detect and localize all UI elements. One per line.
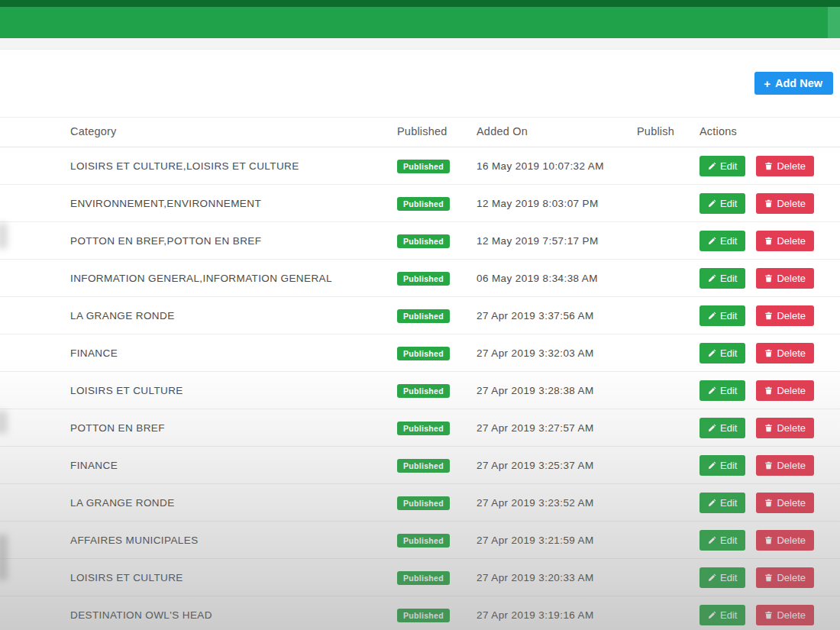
category-name: LA GRANGE RONDE	[70, 497, 175, 509]
actions-cell: Edit Delete	[699, 260, 840, 297]
published-cell: Published	[397, 447, 477, 484]
edit-label: Edit	[720, 160, 737, 172]
row-spacer-cell	[0, 222, 70, 260]
delete-button[interactable]: Delete	[756, 455, 814, 476]
added-on-date: 12 May 2019 8:03:07 PM	[477, 198, 599, 209]
publish-cell	[637, 185, 699, 222]
actions-group: Edit Delete	[699, 418, 840, 438]
edit-button[interactable]: Edit	[699, 455, 745, 476]
publish-cell	[637, 147, 699, 185]
delete-button[interactable]: Delete	[756, 343, 814, 363]
published-badge: Published	[397, 384, 450, 398]
delete-button[interactable]: Delete	[756, 193, 814, 214]
added-on-date: 27 Apr 2019 3:20:33 AM	[477, 572, 594, 583]
edit-button[interactable]: Edit	[699, 567, 745, 588]
added-on-date: 27 Apr 2019 3:19:16 AM	[477, 609, 594, 621]
delete-button[interactable]: Delete	[756, 231, 814, 251]
edit-label: Edit	[720, 535, 737, 546]
delete-button[interactable]: Delete	[756, 605, 814, 625]
page: + Add New Category Published Added On Pu…	[0, 0, 840, 630]
added-on-date: 16 May 2019 10:07:32 AM	[477, 160, 604, 172]
delete-button[interactable]: Delete	[756, 418, 814, 438]
edit-icon	[708, 461, 716, 470]
edit-button[interactable]: Edit	[699, 268, 745, 289]
delete-button[interactable]: Delete	[756, 305, 814, 326]
trash-icon	[764, 611, 773, 619]
categories-table: Category Published Added On Publish Acti…	[0, 117, 840, 630]
edit-label: Edit	[720, 273, 737, 284]
edit-button[interactable]: Edit	[699, 305, 745, 326]
delete-label: Delete	[777, 497, 806, 509]
top-dark-strip	[0, 0, 840, 7]
edit-button[interactable]: Edit	[699, 231, 745, 251]
publish-cell	[637, 484, 699, 522]
published-badge: Published	[397, 571, 450, 585]
delete-button[interactable]: Delete	[756, 156, 814, 176]
add-new-button[interactable]: + Add New	[754, 72, 833, 95]
header-spacer-cell	[0, 118, 70, 147]
edit-label: Edit	[720, 385, 737, 396]
delete-button[interactable]: Delete	[756, 530, 814, 551]
edit-icon	[708, 386, 716, 395]
trash-icon	[764, 237, 773, 245]
delete-label: Delete	[777, 460, 806, 471]
delete-label: Delete	[777, 609, 806, 621]
edit-icon	[708, 162, 716, 170]
table-row: FINANCE Published 27 Apr 2019 3:32:03 AM…	[0, 334, 840, 372]
delete-button[interactable]: Delete	[756, 493, 814, 513]
edit-button[interactable]: Edit	[699, 343, 745, 363]
row-spacer-cell	[0, 372, 70, 409]
added-on-cell: 27 Apr 2019 3:21:59 AM	[477, 522, 637, 559]
category-cell: POTTON EN BREF,POTTON EN BREF	[70, 222, 397, 260]
added-on-date: 27 Apr 2019 3:32:03 AM	[477, 347, 594, 359]
table-body: LOISIRS ET CULTURE,LOISIRS ET CULTURE Pu…	[0, 147, 840, 630]
published-badge: Published	[397, 422, 450, 435]
delete-button[interactable]: Delete	[756, 567, 814, 588]
published-cell: Published	[397, 297, 477, 334]
category-cell: FINANCE	[70, 447, 397, 484]
publish-cell	[637, 409, 699, 447]
edit-button[interactable]: Edit	[699, 605, 745, 625]
plus-icon: +	[764, 78, 771, 89]
actions-cell: Edit Delete	[699, 409, 840, 447]
published-cell: Published	[397, 522, 477, 559]
category-name: FINANCE	[70, 347, 118, 359]
header-publish: Publish	[637, 118, 699, 147]
edit-button[interactable]: Edit	[699, 156, 745, 176]
edit-button[interactable]: Edit	[699, 530, 745, 551]
published-badge: Published	[397, 197, 450, 211]
added-on-cell: 16 May 2019 10:07:32 AM	[477, 147, 637, 185]
edit-icon	[708, 199, 716, 208]
added-on-date: 27 Apr 2019 3:37:56 AM	[477, 310, 594, 321]
edit-button[interactable]: Edit	[699, 418, 745, 438]
trash-icon	[764, 536, 773, 544]
actions-cell: Edit Delete	[699, 596, 840, 630]
row-spacer-cell	[0, 596, 70, 630]
trash-icon	[764, 312, 773, 320]
added-on-cell: 12 May 2019 8:03:07 PM	[477, 185, 637, 222]
added-on-cell: 27 Apr 2019 3:20:33 AM	[477, 559, 637, 596]
edit-label: Edit	[720, 198, 737, 209]
category-name: INFORMATION GENERAL,INFORMATION GENERAL	[70, 273, 332, 284]
delete-label: Delete	[777, 347, 806, 359]
publish-cell	[637, 596, 699, 630]
header-category: Category	[70, 118, 397, 147]
published-cell: Published	[397, 559, 477, 596]
delete-button[interactable]: Delete	[756, 380, 814, 401]
added-on-cell: 27 Apr 2019 3:37:56 AM	[477, 297, 637, 334]
row-spacer-cell	[0, 147, 70, 185]
category-cell: POTTON EN BREF	[70, 409, 397, 447]
published-badge: Published	[397, 496, 450, 510]
edit-button[interactable]: Edit	[699, 380, 745, 401]
delete-button[interactable]: Delete	[756, 268, 814, 289]
publish-cell	[637, 222, 699, 260]
edit-button[interactable]: Edit	[699, 493, 745, 513]
added-on-date: 27 Apr 2019 3:28:38 AM	[477, 385, 594, 396]
category-name: DESTINATION OWL'S HEAD	[70, 609, 212, 621]
published-cell: Published	[397, 147, 477, 185]
trash-icon	[764, 573, 773, 582]
table-row: INFORMATION GENERAL,INFORMATION GENERAL …	[0, 260, 840, 297]
add-new-label: Add New	[775, 77, 822, 89]
edit-button[interactable]: Edit	[699, 193, 745, 214]
delete-label: Delete	[777, 535, 806, 546]
